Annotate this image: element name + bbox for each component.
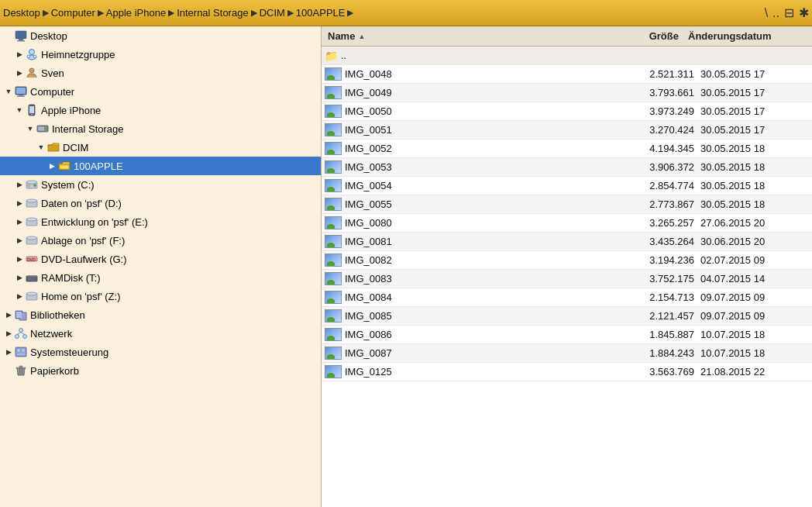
breadcrumb-desktop[interactable]: Desktop ▶ bbox=[3, 7, 50, 19]
sidebar-item-desktop[interactable]: Desktop bbox=[0, 26, 321, 45]
file-list[interactable]: 📁 .. IMG_00482.521.31130.05.2015 17IMG_0… bbox=[322, 47, 812, 507]
sidebar-item-dvd-g[interactable]: DVD DVD-Laufwerk (G:) bbox=[0, 250, 321, 268]
sidebar-item-internal-storage[interactable]: Internal Storage bbox=[0, 119, 321, 138]
table-row[interactable]: IMG_00542.854.77430.05.2015 18 bbox=[322, 177, 812, 195]
column-header-size[interactable]: Größe bbox=[600, 30, 685, 42]
svg-rect-13 bbox=[29, 106, 34, 113]
sidebar-item-home-z[interactable]: Home on 'psf' (Z:) bbox=[0, 287, 321, 305]
file-name-cell: IMG_0049 bbox=[325, 86, 615, 99]
table-row[interactable]: IMG_00823.194.23602.07.2015 09 bbox=[322, 251, 812, 270]
sidebar-item-label: Sven bbox=[41, 67, 64, 79]
expand-icon[interactable] bbox=[46, 160, 57, 171]
file-date-cell: 10.07.2015 18 bbox=[700, 329, 809, 340]
expand-icon[interactable] bbox=[14, 198, 25, 209]
window-icon[interactable]: ⊟ bbox=[784, 5, 794, 20]
sidebar-item-apple-iphone[interactable]: Apple iPhone bbox=[0, 101, 321, 119]
table-row[interactable]: IMG_00871.884.24310.07.2015 18 bbox=[322, 344, 812, 363]
sidebar-item-heimnetzgruppe[interactable]: Heimnetzgruppe bbox=[0, 45, 321, 64]
file-date-cell: 09.07.2015 09 bbox=[700, 291, 809, 303]
sidebar-item-ablage-f[interactable]: Ablage on 'psf' (F:) bbox=[0, 231, 321, 250]
breadcrumb-100apple[interactable]: 100APPLE ▶ bbox=[296, 7, 355, 19]
file-date-cell: 02.07.2015 09 bbox=[700, 254, 809, 266]
image-thumbnail-icon bbox=[325, 142, 342, 155]
parent-folder-row[interactable]: 📁 .. bbox=[322, 47, 812, 65]
table-row[interactable]: IMG_00813.435.26430.06.2015 20 bbox=[322, 233, 812, 251]
file-size-cell: 2.121.457 bbox=[615, 310, 700, 322]
table-row[interactable]: IMG_01253.563.76921.08.2015 22 bbox=[322, 363, 812, 381]
file-date-cell: 27.06.2015 20 bbox=[700, 217, 809, 229]
dots-icon[interactable]: .. bbox=[772, 6, 779, 20]
table-row[interactable]: IMG_00833.752.17504.07.2015 14 bbox=[322, 270, 812, 288]
parent-folder-name: 📁 .. bbox=[325, 50, 615, 62]
table-row[interactable]: IMG_00861.845.88710.07.2015 18 bbox=[322, 326, 812, 344]
svg-point-5 bbox=[27, 55, 30, 58]
sidebar-item-label: Heimnetzgruppe bbox=[41, 49, 115, 60]
table-row[interactable]: IMG_00524.194.34530.05.2015 18 bbox=[322, 140, 812, 158]
back-icon[interactable]: \ bbox=[765, 6, 768, 20]
file-date-cell: 30.05.2015 17 bbox=[700, 105, 809, 117]
sidebar-item-ramdisk-t[interactable]: RAMDisk (T:) bbox=[0, 268, 321, 287]
column-header-name[interactable]: Name ▲ bbox=[325, 30, 600, 42]
table-row[interactable]: IMG_00533.906.37230.05.2015 18 bbox=[322, 158, 812, 177]
breadcrumb-internal-storage[interactable]: Internal Storage ▶ bbox=[177, 7, 258, 19]
sidebar-item-daten-d[interactable]: Daten on 'psf' (D:) bbox=[0, 194, 321, 212]
expand-icon[interactable] bbox=[14, 49, 25, 60]
table-row[interactable]: IMG_00503.973.24930.05.2015 17 bbox=[322, 102, 812, 121]
table-row[interactable]: IMG_00842.154.71309.07.2015 09 bbox=[322, 288, 812, 307]
expand-icon[interactable] bbox=[14, 179, 25, 190]
sidebar-item-100apple[interactable]: 100APPLE bbox=[0, 157, 321, 175]
expand-icon[interactable] bbox=[14, 216, 25, 227]
expand-icon[interactable] bbox=[14, 67, 25, 78]
breadcrumb-computer[interactable]: Computer ▶ bbox=[51, 7, 105, 19]
expand-icon[interactable] bbox=[3, 309, 14, 320]
breadcrumb-iphone[interactable]: Apple iPhone ▶ bbox=[106, 7, 175, 19]
file-date-cell: 30.05.2015 18 bbox=[700, 143, 809, 154]
expand-icon[interactable] bbox=[14, 291, 25, 302]
expand-icon[interactable] bbox=[14, 105, 25, 116]
file-date-cell: 30.06.2015 20 bbox=[700, 236, 809, 247]
file-date-cell: 10.07.2015 18 bbox=[700, 347, 809, 359]
expand-icon[interactable] bbox=[3, 347, 14, 357]
table-row[interactable]: IMG_00852.121.45709.07.2015 09 bbox=[322, 307, 812, 326]
star-icon[interactable]: ✱ bbox=[799, 5, 809, 20]
expand-icon[interactable] bbox=[14, 254, 25, 264]
file-name-cell: IMG_0084 bbox=[325, 291, 615, 304]
iphone-icon bbox=[25, 103, 39, 117]
table-row[interactable]: IMG_00552.773.86730.05.2015 18 bbox=[322, 195, 812, 214]
expand-icon[interactable] bbox=[14, 235, 25, 246]
image-thumbnail-icon bbox=[325, 365, 342, 378]
table-row[interactable]: IMG_00803.265.25727.06.2015 20 bbox=[322, 214, 812, 233]
expand-icon bbox=[3, 365, 14, 376]
sidebar-item-bibliotheken[interactable]: Bibliotheken bbox=[0, 305, 321, 324]
sidebar-item-entwicklung-e[interactable]: Entwicklung on 'psf' (E:) bbox=[0, 212, 321, 231]
sidebar-item-sven[interactable]: Sven bbox=[0, 64, 321, 82]
sidebar-item-netzwerk[interactable]: Netzwerk bbox=[0, 324, 321, 343]
table-row[interactable]: IMG_00513.270.42430.05.2015 17 bbox=[322, 121, 812, 140]
sidebar-item-systemsteuerung[interactable]: Systemsteuerung bbox=[0, 343, 321, 361]
expand-icon[interactable] bbox=[14, 272, 25, 283]
breadcrumb-dcim[interactable]: DCIM ▶ bbox=[260, 7, 294, 19]
sort-arrow: ▲ bbox=[358, 33, 365, 40]
sidebar-item-computer[interactable]: Computer bbox=[0, 82, 321, 101]
table-row[interactable]: IMG_00493.793.66130.05.2015 17 bbox=[322, 84, 812, 102]
file-size-cell: 3.906.372 bbox=[615, 161, 700, 173]
file-size-cell: 1.884.243 bbox=[615, 347, 700, 359]
svg-rect-31 bbox=[28, 275, 29, 277]
svg-rect-1 bbox=[19, 39, 23, 40]
sidebar-item-dcim[interactable]: DCIM bbox=[0, 138, 321, 157]
column-header-date[interactable]: Änderungsdatum bbox=[685, 30, 793, 42]
drive-e-icon bbox=[25, 215, 39, 229]
sidebar-item-system-c[interactable]: System (C:) bbox=[0, 175, 321, 194]
expand-icon[interactable] bbox=[36, 142, 46, 153]
file-date-cell: 30.05.2015 17 bbox=[700, 124, 809, 136]
breadcrumb-arrow: ▶ bbox=[287, 8, 294, 18]
expand-icon[interactable] bbox=[25, 123, 36, 134]
expand-icon[interactable] bbox=[3, 86, 14, 97]
sidebar[interactable]: Desktop Heimnetzgruppe bbox=[0, 26, 322, 507]
sidebar-item-papierkorb[interactable]: Papierkorb bbox=[0, 361, 321, 380]
table-row[interactable]: IMG_00482.521.31130.05.2015 17 bbox=[322, 65, 812, 84]
file-name-cell: IMG_0050 bbox=[325, 105, 615, 118]
expand-icon[interactable] bbox=[3, 328, 14, 339]
image-thumbnail-icon bbox=[325, 179, 342, 192]
breadcrumb-label: Apple iPhone bbox=[106, 7, 166, 19]
